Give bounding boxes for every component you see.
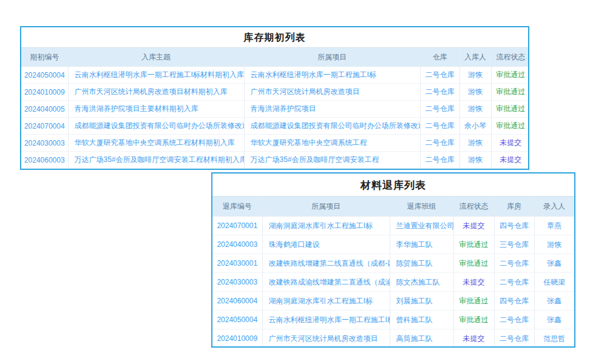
status-badge: 审批通过 <box>453 235 494 254</box>
status-badge: 未提交 <box>453 217 494 235</box>
status-badge: 审批通过 <box>453 254 494 273</box>
table-cell-link[interactable]: 游恢 <box>459 152 491 169</box>
table-cell-link[interactable]: 湖南洞庭湖水库引水工程施工I标 <box>262 217 390 235</box>
table-cell-link[interactable]: 改建铁路线增建第二线直通线（成都-西... <box>262 254 390 273</box>
table-cell-link[interactable]: 张鑫 <box>534 254 574 273</box>
table-cell-link[interactable]: 改建铁路成渝线增建第二直通线（成渝... <box>262 273 390 292</box>
table-cell-link[interactable]: 游恢 <box>459 67 491 84</box>
column-header: 录入人 <box>534 197 574 217</box>
table-cell-link[interactable]: 2024070004 <box>21 118 68 135</box>
table-row: 2024070004成都能源建设集团投资有限公司临时办公场所装修改造工程EPC.… <box>21 118 529 135</box>
table-cell-link[interactable]: 2024030001 <box>212 254 262 273</box>
column-header: 流程状态 <box>453 197 494 217</box>
table-cell-link[interactable]: 四号仓库 <box>494 217 534 235</box>
table-cell-link[interactable]: 兰迪置业有限公司 <box>390 217 453 235</box>
column-header: 库房 <box>494 197 534 217</box>
material-return-title: 材料退库列表 <box>212 174 574 196</box>
status-badge: 审批通过 <box>491 67 529 84</box>
table-cell-link[interactable]: 2024030003 <box>212 273 262 292</box>
table-cell-link[interactable]: 青海洪湖养护院项目 <box>244 101 420 118</box>
table-cell-link[interactable]: 二号仓库 <box>420 101 459 118</box>
table-cell-link[interactable]: 二号仓库 <box>420 118 459 135</box>
material-return-panel: 材料退库列表 退库编号所属项目退库班组流程状态库房录入人2024070001湖南… <box>211 172 575 348</box>
table-cell-link[interactable]: 张鑫 <box>534 311 574 329</box>
status-badge: 审批通过 <box>453 311 494 329</box>
table-cell-link[interactable]: 珠海鹤港口建设 <box>262 235 390 254</box>
table-cell-link[interactable]: 曾科施工队 <box>390 311 453 329</box>
table-cell-link[interactable]: 二号仓库 <box>494 273 534 292</box>
table-cell-link[interactable]: 游恢 <box>459 135 491 152</box>
table-cell-link[interactable]: 余小琴 <box>459 118 491 135</box>
table-cell-link[interactable]: 三号仓库 <box>494 235 534 254</box>
table-cell-link[interactable]: 成都能源建设集团投资有限公司临时办公场所装修改造工程... <box>244 118 420 135</box>
table-cell-link[interactable]: 章燕 <box>534 217 574 235</box>
initial-inventory-panel: 库存期初列表 期初编号入库主题所属项目仓库入库人流程状态2024050004云南… <box>20 26 529 170</box>
table-row: 2024050004云南水利枢纽潜明水库一期工程施工I标材料期初入库云南水利枢纽… <box>21 67 529 84</box>
table-cell-link[interactable]: 万达广场35#会所及咖啡厅空调安装工程材料期初入库 <box>68 152 244 169</box>
table-cell-link[interactable]: 李华施工队 <box>390 235 453 254</box>
table-cell-link[interactable]: 云南水利枢纽潜明水库一期工程施工I标 <box>262 311 390 329</box>
column-header: 所属项目 <box>262 197 390 217</box>
table-cell-link[interactable]: 湖南洞庭湖水库引水工程施工I标 <box>262 292 390 311</box>
table-cell-link[interactable]: 2024030003 <box>21 135 68 152</box>
table-cell-link[interactable]: 游恢 <box>459 84 491 101</box>
table-cell-link[interactable]: 万达广场35#会所及咖啡厅空调安装工程 <box>244 152 420 169</box>
table-row: 2024010009广州市天河区统计局机房改造项目高筒施工队未提交二号仓库范思哲 <box>212 329 574 348</box>
table-cell-link[interactable]: 2024010009 <box>212 329 262 348</box>
table-row: 2024050004云南水利枢纽潜明水库一期工程施工I标曾科施工队审批通过二号仓… <box>212 311 574 329</box>
table-row: 2024010009广州市天河区统计局机房改造项目材料期初入库广州市天河区统计局… <box>21 84 529 101</box>
table-cell-link[interactable]: 任晓渠 <box>534 273 574 292</box>
column-header: 期初编号 <box>21 48 68 67</box>
table-cell-link[interactable]: 2024050004 <box>21 67 68 84</box>
table-row: 2024040005青海洪湖养护院项目主要材料期初入库青海洪湖养护院项目二号仓库… <box>21 101 529 118</box>
header-row: 退库编号所属项目退库班组流程状态库房录入人 <box>212 197 574 217</box>
table-cell-link[interactable]: 2024040003 <box>212 235 262 254</box>
table-cell-link[interactable]: 陈文杰施工队 <box>390 273 453 292</box>
table-cell-link[interactable]: 2024060004 <box>212 292 262 311</box>
table-cell-link[interactable]: 2024060003 <box>21 152 68 169</box>
table-cell-link[interactable]: 2024040005 <box>21 101 68 118</box>
table-cell-link[interactable]: 高筒施工队 <box>390 329 453 348</box>
column-header: 退库班组 <box>390 197 453 217</box>
table-cell-link[interactable]: 成都能源建设集团投资有限公司临时办公场所装修改造工程EPC... <box>68 118 244 135</box>
status-badge: 未提交 <box>453 273 494 292</box>
table-cell-link[interactable]: 2024050004 <box>212 311 262 329</box>
status-badge: 未提交 <box>491 135 529 152</box>
table-cell-link[interactable]: 二号仓库 <box>420 135 459 152</box>
status-badge: 审批通过 <box>491 84 529 101</box>
column-header: 入库人 <box>459 48 491 67</box>
table-row: 2024030003改建铁路成渝线增建第二直通线（成渝...陈文杰施工队未提交二… <box>212 273 574 292</box>
table-cell-link[interactable]: 二号仓库 <box>494 329 534 348</box>
table-cell-link[interactable]: 广州市天河区统计局机房改造项目 <box>262 329 390 348</box>
table-cell-link[interactable]: 张鑫 <box>534 292 574 311</box>
table-cell-link[interactable]: 华软大厦研究基地中央空调系统工程材料期初入库 <box>68 135 244 152</box>
table-cell-link[interactable]: 二号仓库 <box>420 152 459 169</box>
column-header: 流程状态 <box>491 48 529 67</box>
table-cell-link[interactable]: 青海洪湖养护院项目主要材料期初入库 <box>68 101 244 118</box>
table-cell-link[interactable]: 2024070001 <box>212 217 262 235</box>
column-header: 入库主题 <box>68 48 244 67</box>
table-cell-link[interactable]: 陈贺施工队 <box>390 254 453 273</box>
table-cell-link[interactable]: 游恢 <box>459 101 491 118</box>
table-cell-link[interactable]: 二号仓库 <box>420 84 459 101</box>
table-cell-link[interactable]: 云南水利枢纽潜明水库一期工程施工I标 <box>244 67 420 84</box>
initial-inventory-table: 期初编号入库主题所属项目仓库入库人流程状态2024050004云南水利枢纽潜明水… <box>21 47 529 169</box>
table-cell-link[interactable]: 华软大厦研究基地中央空调系统工程 <box>244 135 420 152</box>
table-cell-link[interactable]: 刘晨施工队 <box>390 292 453 311</box>
material-return-table: 退库编号所属项目退库班组流程状态库房录入人2024070001湖南洞庭湖水库引水… <box>212 196 574 348</box>
table-cell-link[interactable]: 游恢 <box>534 235 574 254</box>
status-badge: 审批通过 <box>453 292 494 311</box>
header-row: 期初编号入库主题所属项目仓库入库人流程状态 <box>21 48 529 67</box>
table-cell-link[interactable]: 云南水利枢纽潜明水库一期工程施工I标材料期初入库 <box>68 67 244 84</box>
table-cell-link[interactable]: 范思哲 <box>534 329 574 348</box>
table-cell-link[interactable]: 广州市天河区统计局机房改造项目材料期初入库 <box>68 84 244 101</box>
status-badge: 审批通过 <box>491 118 529 135</box>
table-cell-link[interactable]: 广州市天河区统计局机房改造项目 <box>244 84 420 101</box>
table-row: 2024060004湖南洞庭湖水库引水工程施工I标刘晨施工队审批通过四号仓库张鑫 <box>212 292 574 311</box>
column-header: 仓库 <box>420 48 459 67</box>
table-cell-link[interactable]: 二号仓库 <box>420 67 459 84</box>
table-cell-link[interactable]: 2024010009 <box>21 84 68 101</box>
table-cell-link[interactable]: 四号仓库 <box>494 292 534 311</box>
table-cell-link[interactable]: 二号仓库 <box>494 254 534 273</box>
table-cell-link[interactable]: 二号仓库 <box>494 311 534 329</box>
